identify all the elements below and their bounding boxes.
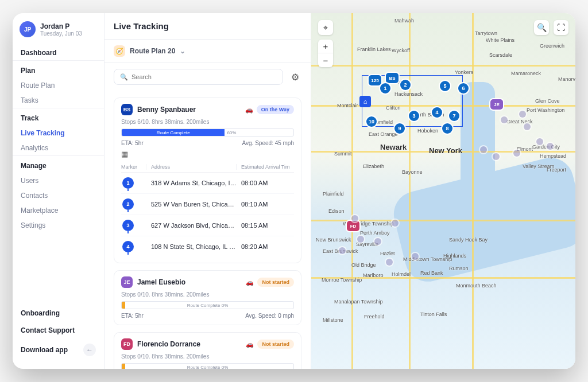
car-icon: 🚗	[246, 341, 254, 348]
map-overlay: ⌂ MahwahFranklin LakesWyckoffTarrytownSc…	[311, 13, 575, 369]
map-label: Rumson	[449, 266, 469, 271]
map-label: Tinton Falls	[420, 311, 447, 317]
map-pin-ghost[interactable]	[357, 236, 364, 243]
search-input[interactable]: 🔍	[114, 69, 283, 85]
zoom-out-button[interactable]: −	[318, 53, 333, 67]
map-label: Freehold	[364, 314, 385, 319]
map-pin-ghost[interactable]	[536, 138, 543, 145]
map-label: New Brunswick	[316, 237, 351, 243]
stop-row[interactable]: 4 108 N State St, Chicago, IL 60602... 0…	[121, 236, 294, 257]
map-pin[interactable]: 10	[366, 116, 377, 127]
map-pin-ghost[interactable]	[339, 247, 346, 254]
search-map-button[interactable]: 🔍	[534, 20, 549, 35]
map-pane[interactable]: ⌂ MahwahFranklin LakesWyckoffTarrytownSc…	[311, 13, 575, 369]
map-label: Greenwich	[540, 43, 564, 49]
driver-badge: JE	[121, 276, 133, 288]
map-controls-left: ⌖ + −	[318, 20, 333, 67]
filter-icon[interactable]: ⚙	[289, 71, 301, 83]
nav-plan-title: Plan	[13, 60, 104, 78]
driver-card[interactable]: JE Jamel Eusebio 🚗 Not started Stops 0/1…	[114, 270, 301, 325]
nav-live-tracking[interactable]: Live Tracking	[13, 126, 104, 141]
driver-meta: Stops 6/10. 8hrs 38mins. 200miles	[121, 119, 294, 125]
calendar-icon[interactable]: ▦	[121, 150, 294, 158]
driver-card[interactable]: BS Benny Spanbauer 🚗 On the Way Stops 6/…	[114, 98, 301, 263]
map-pin-ghost[interactable]	[501, 116, 508, 123]
stop-row[interactable]: 2 525 W Van Buren St, Chicago, IL ... 08…	[121, 194, 294, 215]
nav-onboarding[interactable]: Onboarding	[13, 305, 104, 322]
stop-row[interactable]: 1 318 W Adams St, Chicago, IL 60606... 0…	[121, 173, 294, 194]
stop-eta: 08:15 AM	[237, 222, 294, 229]
driver-card[interactable]: FD Florencio Dorrance 🚗 Not started Stop…	[114, 332, 301, 369]
map-pin[interactable]: 6	[458, 83, 469, 93]
status-pill: Not started	[257, 340, 294, 349]
map-pin[interactable]: 3	[409, 111, 419, 121]
driver-meta: Stops 0/10. 8hrs 38mins. 200miles	[121, 353, 294, 360]
map-label: Millstone	[323, 317, 343, 323]
sidebar-bottom: Onboarding Contact Support Download app …	[13, 305, 104, 369]
map-pin[interactable]: 5	[440, 81, 450, 91]
map-label: Yonkers	[455, 69, 473, 75]
map-pin-ghost[interactable]	[480, 146, 487, 153]
map-label: East Orange	[369, 131, 398, 137]
driver-meta: Stops 0/10. 8hrs 38mins. 200miles	[121, 291, 294, 298]
map-pin[interactable]: BS	[386, 73, 399, 83]
stop-headers: Marker Address Estimated Arrival Tim	[121, 164, 294, 173]
route-plan-dropdown[interactable]: 🧭 Route Plan 20 ⌄	[114, 45, 185, 57]
map-label: Tarrytown	[475, 30, 497, 36]
nav-users[interactable]: Users	[13, 173, 104, 188]
map-pin[interactable]: FD	[347, 221, 359, 231]
locate-button[interactable]: ⌖	[318, 20, 333, 35]
driver-speed: Avg. Speed: 0 mph	[245, 313, 294, 319]
map-label: Hempstead	[540, 153, 566, 159]
status-pill: Not started	[257, 278, 294, 287]
map-pin-ghost[interactable]	[374, 238, 381, 245]
driver-speed: Avg. Speed: 45 mph	[242, 140, 294, 146]
stop-row[interactable]: 3 627 W Jackson Blvd, Chicago, IL ... 08…	[121, 215, 294, 236]
map-pin-ghost[interactable]	[519, 111, 526, 118]
map-label: Hoboken	[417, 128, 438, 134]
nav-marketplace[interactable]: Marketplace	[13, 203, 104, 218]
map-label: Manalapan Township	[334, 299, 382, 305]
nav-download-app[interactable]: Download app ←	[13, 339, 104, 361]
status-pill: On the Way	[257, 105, 294, 114]
map-pin-ghost[interactable]	[392, 220, 399, 227]
map-label: Mahwah	[394, 18, 414, 24]
map-pin-ghost[interactable]	[547, 143, 554, 150]
map-pin-ghost[interactable]	[493, 153, 500, 160]
zoom-in-button[interactable]: +	[318, 40, 333, 53]
map-label: Sandy Hook Bay	[449, 237, 488, 243]
nav-settings[interactable]: Settings	[13, 218, 104, 233]
map-label: Clifton	[386, 105, 401, 111]
map-label: Glen Cove	[535, 98, 560, 104]
nav-contact-support[interactable]: Contact Support	[13, 322, 104, 339]
search-field[interactable]	[131, 73, 277, 80]
map-pin-ghost[interactable]	[524, 123, 531, 130]
car-icon: 🚗	[246, 279, 254, 286]
map-label: New York	[429, 146, 462, 155]
nav-contacts[interactable]: Contacts	[13, 188, 104, 203]
nav-route-plan[interactable]: Route Plan	[13, 78, 104, 93]
map-pin-ghost[interactable]	[351, 215, 358, 222]
map-pin[interactable]: JE	[490, 99, 503, 110]
map-pin-ghost[interactable]	[386, 259, 393, 266]
nav-analytics[interactable]: Analytics	[13, 141, 104, 155]
map-pin[interactable]: 125	[369, 75, 381, 85]
map-pin-ghost[interactable]	[412, 253, 419, 260]
nav-dashboard[interactable]: Dashboard	[13, 45, 104, 60]
map-label: Red Bank	[420, 270, 443, 276]
map-label: Manorville	[558, 76, 575, 82]
map-pin[interactable]: 4	[432, 107, 442, 118]
map-pin[interactable]: 9	[394, 123, 405, 134]
stop-marker: 3	[122, 220, 134, 231]
map-label: Highlands	[443, 253, 466, 259]
map-pin-ghost[interactable]	[513, 150, 520, 157]
map-pin[interactable]: 1	[380, 83, 390, 93]
nav-tasks[interactable]: Tasks	[13, 93, 104, 108]
fullscreen-button[interactable]: ⛶	[554, 20, 568, 35]
map-pin[interactable]: 7	[449, 111, 459, 121]
map-label: Bayonne	[402, 169, 423, 175]
map-pin[interactable]: 2	[400, 80, 411, 90]
map-controls-right: 🔍 ⛶	[534, 20, 568, 35]
map-label: Port Washington	[527, 107, 564, 113]
map-pin[interactable]: 8	[442, 123, 452, 134]
